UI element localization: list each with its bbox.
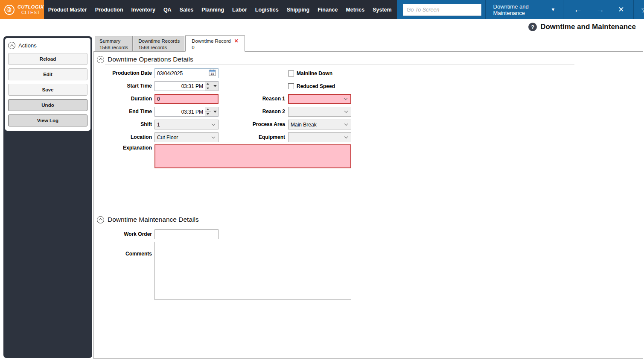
chevron-down-icon bbox=[344, 135, 348, 138]
reduced-speed-label: Reduced Speed bbox=[297, 83, 335, 89]
comments-textarea[interactable] bbox=[154, 242, 351, 300]
end-time-value: 03:31 PM bbox=[155, 109, 205, 115]
favorite-star-icon[interactable]: ☆ bbox=[634, 0, 644, 19]
page-title-text: Downtime and Maintenance bbox=[540, 23, 636, 31]
save-button[interactable]: Save bbox=[8, 84, 87, 96]
section-title: Downtime Operations Details bbox=[108, 56, 193, 63]
tab-sublabel: 0 bbox=[192, 44, 238, 50]
maintenance-section-header[interactable]: Downtime Maintenance Details bbox=[97, 216, 199, 223]
reason2-dropdown[interactable] bbox=[288, 107, 351, 117]
nav-item-finance[interactable]: Finance bbox=[318, 7, 338, 13]
mainline-down-checkbox[interactable] bbox=[288, 70, 294, 76]
spin-down-icon[interactable] bbox=[205, 112, 211, 116]
location-label: Location bbox=[96, 132, 152, 142]
forward-icon[interactable]: → bbox=[589, 0, 611, 19]
shift-dropdown[interactable]: 1 bbox=[154, 120, 219, 129]
mainline-down-label: Mainline Down bbox=[297, 70, 332, 76]
time-dropdown-icon[interactable] bbox=[211, 82, 218, 91]
page-title: ? Downtime and Maintenance bbox=[528, 23, 636, 31]
time-spinner bbox=[205, 107, 211, 116]
brand-name: CUTLOGIX bbox=[17, 4, 44, 9]
tab-sublabel: 1568 records bbox=[99, 44, 128, 50]
nav-item-production[interactable]: Production bbox=[95, 7, 123, 13]
section-divider bbox=[105, 65, 574, 65]
cutlogix-logo-icon bbox=[4, 4, 15, 15]
chevron-down-icon: ▼ bbox=[551, 7, 556, 12]
location-value: Cut Floor bbox=[157, 135, 212, 141]
nav-item-sales[interactable]: Sales bbox=[180, 7, 194, 13]
process-area-label: Process Area bbox=[230, 120, 285, 129]
nav-item-product-master[interactable]: Product Master bbox=[48, 7, 87, 13]
duration-label: Duration bbox=[96, 94, 152, 104]
work-order-label: Work Order bbox=[96, 229, 152, 239]
title-row: ? Downtime and Maintenance bbox=[0, 19, 644, 36]
main-panel: Downtime Operations Details Production D… bbox=[93, 51, 643, 359]
process-area-dropdown[interactable]: Main Break bbox=[288, 120, 351, 129]
chevron-down-icon bbox=[344, 122, 348, 126]
collapse-chevron-icon bbox=[8, 42, 15, 49]
time-spinner bbox=[205, 82, 211, 91]
close-screen-icon[interactable]: ✕ bbox=[611, 0, 631, 19]
nav-item-inventory[interactable]: Inventory bbox=[131, 7, 155, 13]
work-order-input[interactable] bbox=[154, 229, 219, 239]
tab-summary[interactable]: Summary 1568 records bbox=[95, 36, 133, 51]
go-to-screen-input[interactable] bbox=[403, 4, 481, 16]
production-date-field[interactable]: 03/04/2025 15 bbox=[154, 68, 219, 78]
reduced-speed-checkbox[interactable] bbox=[288, 83, 294, 89]
end-time-label: End Time bbox=[96, 107, 152, 117]
top-nav-bar: CUTLOGIX CLTEST Product Master Productio… bbox=[0, 0, 644, 19]
explanation-label: Explanation bbox=[96, 143, 152, 153]
reason1-dropdown[interactable] bbox=[288, 94, 351, 104]
svg-text:15: 15 bbox=[210, 72, 214, 76]
screen-selector-dropdown[interactable]: Downtime and Maintenance ▼ bbox=[486, 0, 563, 19]
left-sidebar: Actions Reload Edit Save Undo View Log bbox=[3, 36, 92, 358]
actions-collapse-header[interactable]: Actions bbox=[8, 42, 87, 49]
nav-item-shipping[interactable]: Shipping bbox=[287, 7, 309, 13]
start-time-label: Start Time bbox=[96, 81, 152, 91]
edit-button[interactable]: Edit bbox=[8, 68, 87, 80]
top-nav-blue-section: Downtime and Maintenance ▼ ← → ✕ ☆ bbox=[397, 0, 644, 19]
location-dropdown[interactable]: Cut Floor bbox=[154, 132, 219, 142]
reason2-label: Reason 2 bbox=[230, 107, 285, 117]
spin-up-icon[interactable] bbox=[205, 107, 211, 112]
nav-item-logistics[interactable]: Logistics bbox=[255, 7, 279, 13]
tab-sublabel: 1568 records bbox=[138, 44, 180, 50]
chevron-down-icon bbox=[212, 135, 215, 138]
undo-button[interactable]: Undo bbox=[8, 99, 87, 111]
explanation-textarea[interactable] bbox=[154, 144, 351, 168]
brand-logo[interactable]: CUTLOGIX CLTEST bbox=[0, 0, 44, 19]
nav-item-system[interactable]: System bbox=[373, 7, 391, 13]
actions-panel: Actions Reload Edit Save Undo View Log bbox=[5, 38, 90, 131]
help-icon[interactable]: ? bbox=[528, 23, 537, 31]
section-title: Downtime Maintenance Details bbox=[108, 216, 199, 223]
chevron-down-icon bbox=[212, 122, 215, 126]
reload-button[interactable]: Reload bbox=[8, 53, 87, 65]
nav-item-labor[interactable]: Labor bbox=[232, 7, 247, 13]
equipment-dropdown[interactable] bbox=[288, 132, 351, 142]
nav-item-metrics[interactable]: Metrics bbox=[346, 7, 364, 13]
main-menu: Product Master Production Inventory QA S… bbox=[44, 0, 392, 19]
view-log-button[interactable]: View Log bbox=[8, 114, 87, 126]
divider bbox=[563, 0, 563, 19]
spin-up-icon[interactable] bbox=[205, 82, 211, 86]
duration-input[interactable] bbox=[154, 94, 219, 104]
tab-downtime-records[interactable]: Downtime Records 1568 records bbox=[134, 36, 184, 51]
back-icon[interactable]: ← bbox=[567, 0, 589, 19]
operations-section-header[interactable]: Downtime Operations Details bbox=[97, 56, 193, 63]
end-time-field[interactable]: 03:31 PM bbox=[154, 107, 219, 117]
calendar-icon[interactable]: 15 bbox=[209, 69, 216, 77]
tab-close-icon[interactable]: ✕ bbox=[234, 38, 239, 44]
start-time-field[interactable]: 03:31 PM bbox=[154, 81, 219, 91]
tab-downtime-record[interactable]: Downtime Record ✕ 0 bbox=[185, 35, 245, 52]
process-area-value: Main Break bbox=[291, 122, 345, 128]
spin-down-icon[interactable] bbox=[205, 86, 211, 91]
tab-label: Summary bbox=[99, 38, 120, 44]
time-dropdown-icon[interactable] bbox=[211, 107, 218, 116]
collapse-chevron-icon bbox=[97, 56, 104, 63]
nav-item-qa[interactable]: QA bbox=[163, 7, 172, 13]
actions-title: Actions bbox=[18, 42, 37, 49]
tab-label: Downtime Record bbox=[192, 38, 230, 44]
nav-item-planning[interactable]: Planning bbox=[201, 7, 224, 13]
shift-label: Shift bbox=[96, 120, 152, 129]
app-window: CUTLOGIX CLTEST Product Master Productio… bbox=[0, 0, 644, 361]
